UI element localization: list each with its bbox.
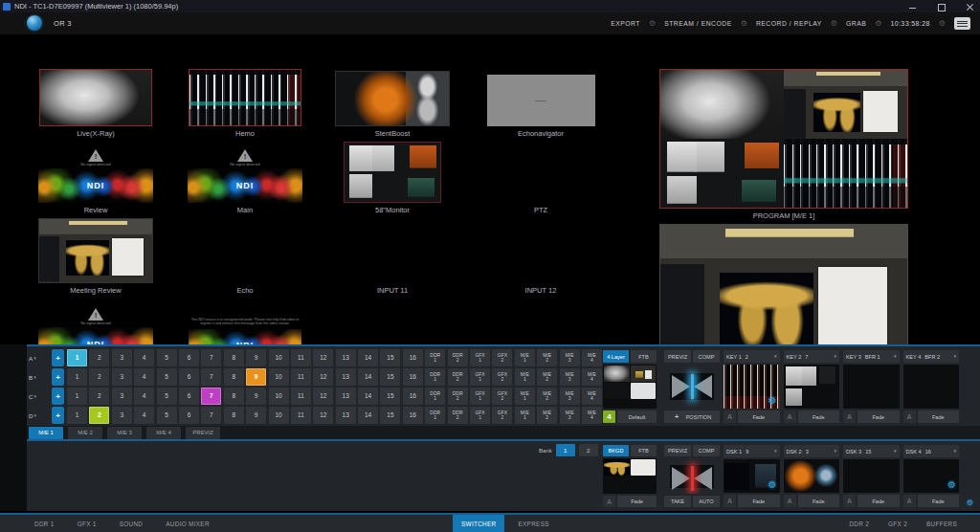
source-button-a-m-e-3[interactable]: M/E3	[560, 349, 580, 366]
source-button-b-8[interactable]: 8	[224, 368, 244, 386]
topbar-grab[interactable]: GRAB	[846, 20, 866, 27]
key-4-fade-button[interactable]: Fade	[918, 410, 960, 423]
source-button-a-ddr-2[interactable]: DDR2	[448, 349, 468, 366]
source-button-c-2[interactable]: 2	[89, 388, 109, 405]
source-button-c-ddr-2[interactable]: DDR2	[448, 388, 468, 405]
source-button-a-5[interactable]: 5	[157, 349, 177, 366]
close-button[interactable]	[967, 3, 974, 11]
source-button-b-3[interactable]: 3	[112, 368, 132, 386]
source-button-b-10[interactable]: 10	[269, 368, 289, 386]
comp-button[interactable]: COMP	[693, 350, 720, 363]
source-button-c-m-e-3[interactable]: M/E3	[560, 388, 580, 405]
tab-m-e-2[interactable]: M/E 2	[68, 427, 102, 439]
source-button-d-1[interactable]: 1	[67, 407, 87, 424]
source-button-d-m-e-3[interactable]: M/E3	[560, 407, 580, 424]
tab-gfx-1[interactable]: GFX 1	[78, 515, 97, 532]
key-4-delegate[interactable]: A	[903, 410, 916, 423]
chevron-down-icon[interactable]	[894, 354, 897, 359]
dsk-1-header[interactable]: DSK 19	[724, 445, 780, 457]
source-button-a-7[interactable]: 7	[201, 349, 221, 366]
key-3-fade-button[interactable]: Fade	[858, 410, 900, 423]
source-button-c-m-e-2[interactable]: M/E2	[537, 388, 557, 405]
tab-m-e-3[interactable]: M/E 3	[107, 427, 142, 439]
hamburger-menu-icon[interactable]	[954, 17, 970, 30]
key-4-header[interactable]: KEY 4BFR 2	[903, 350, 960, 363]
source-button-c-5[interactable]: 5	[157, 388, 177, 405]
dsk-4-source-value[interactable]: 16	[925, 449, 931, 454]
source-button-c-11[interactable]: 11	[291, 388, 311, 405]
source-button-b-m-e-4[interactable]: M/E4	[582, 368, 602, 386]
tab-audio-mixer[interactable]: AUDIO MIXER	[166, 515, 210, 532]
source-button-d-3[interactable]: 3	[112, 407, 132, 424]
dsk-4-delegate[interactable]: A	[903, 495, 916, 507]
dsk-1-delegate[interactable]: A	[724, 495, 736, 507]
key-3-header[interactable]: KEY 3BFR 1	[843, 350, 900, 363]
source-button-d-13[interactable]: 13	[336, 407, 356, 424]
gear-icon[interactable]	[649, 20, 656, 28]
ndi-logo-icon[interactable]	[27, 15, 42, 31]
auto-button[interactable]: AUTO	[693, 496, 720, 507]
source-button-d-gfx-2[interactable]: GFX2	[492, 407, 512, 424]
dsk-4-fade-button[interactable]: Fade	[918, 495, 960, 507]
source-button-d-7[interactable]: 7	[201, 407, 221, 424]
tab-sound[interactable]: SOUND	[120, 515, 144, 532]
gear-icon[interactable]	[768, 396, 777, 406]
source-button-c-7[interactable]: 7	[201, 388, 221, 405]
source-button-b-7[interactable]: 7	[201, 368, 221, 386]
mv-cell-main[interactable]: No signal detected NDI Main	[173, 142, 317, 214]
source-button-a-6[interactable]: 6	[179, 349, 199, 366]
source-button-a-gfx-2[interactable]: GFX2	[492, 349, 512, 366]
tab-switcher[interactable]: SWITCHER	[453, 515, 504, 532]
source-button-c-12[interactable]: 12	[313, 388, 333, 405]
mv-cell-echo[interactable]: Echo	[173, 218, 317, 295]
mv-cell-meeting-review[interactable]: Meeting Review	[24, 218, 167, 295]
source-button-d-16[interactable]: 16	[403, 407, 423, 424]
tab-m-e-1[interactable]: M/E 1	[29, 427, 63, 439]
dsk-3-fade-button[interactable]: Fade	[858, 495, 900, 507]
source-button-a-9[interactable]: 9	[246, 349, 266, 366]
source-button-b-gfx-2[interactable]: GFX2	[492, 368, 512, 386]
source-button-a-8[interactable]: 8	[224, 349, 244, 366]
position-icon[interactable]	[52, 349, 64, 366]
source-button-a-gfx-1[interactable]: GFX1	[470, 349, 490, 366]
gear-icon[interactable]	[768, 480, 777, 490]
bkgd-button[interactable]: BKGD	[603, 445, 629, 456]
source-button-d-11[interactable]: 11	[291, 407, 311, 424]
chevron-down-icon[interactable]	[894, 449, 897, 454]
dsk-4-header[interactable]: DSK 416	[903, 445, 960, 457]
tab-ddr-2[interactable]: DDR 2	[849, 515, 869, 532]
bkgd-fade-button[interactable]: Fade	[617, 496, 657, 507]
dsk-2-delegate[interactable]: A	[784, 495, 796, 507]
source-button-b-16[interactable]: 16	[403, 368, 423, 386]
source-button-c-13[interactable]: 13	[336, 388, 356, 405]
source-button-a-m-e-1[interactable]: M/E1	[515, 349, 535, 366]
mv-cell-stentboost[interactable]: StentBoost	[321, 69, 464, 138]
dsk-3-header[interactable]: DSK 315	[843, 445, 900, 457]
source-button-b-2[interactable]: 2	[89, 368, 109, 386]
mv-cell-58-monitor[interactable]: 58"Monitor	[321, 142, 464, 214]
mv-cell-echonavigator[interactable]: Echonavigator	[469, 69, 612, 138]
source-button-b-m-e-2[interactable]: M/E2	[537, 368, 557, 386]
row-label[interactable]: D	[29, 412, 33, 419]
source-button-c-8[interactable]: 8	[224, 388, 244, 405]
source-button-d-8[interactable]: 8	[224, 407, 244, 424]
source-button-d-4[interactable]: 4	[134, 407, 154, 424]
source-button-a-10[interactable]: 10	[269, 349, 289, 366]
source-button-c-10[interactable]: 10	[269, 388, 289, 405]
chevron-down-icon[interactable]	[774, 449, 777, 454]
source-button-b-6[interactable]: 6	[179, 368, 199, 386]
minimize-button[interactable]	[909, 3, 917, 11]
source-button-b-gfx-1[interactable]: GFX1	[470, 368, 490, 386]
mv-cell-input-12[interactable]: INPUT 12	[469, 218, 612, 295]
source-button-b-ddr-2[interactable]: DDR2	[448, 368, 468, 386]
dsk-1-fade-button[interactable]: Fade	[738, 495, 780, 507]
key-2-header[interactable]: KEY 27	[784, 350, 840, 363]
source-button-a-m-e-4[interactable]: M/E4	[582, 349, 602, 366]
chevron-down-icon[interactable]	[774, 354, 777, 359]
position-icon[interactable]	[52, 368, 64, 386]
source-button-c-15[interactable]: 15	[380, 388, 400, 405]
tab-gfx-2[interactable]: GFX 2	[888, 515, 907, 532]
source-button-d-5[interactable]: 5	[157, 407, 177, 424]
source-button-c-gfx-2[interactable]: GFX2	[492, 388, 512, 405]
source-button-c-14[interactable]: 14	[358, 388, 378, 405]
